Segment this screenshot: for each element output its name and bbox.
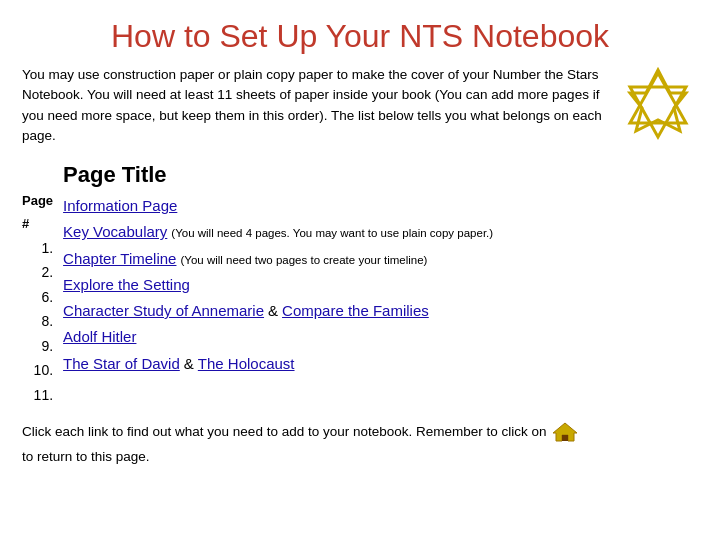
key-vocab-note: (You will need 4 pages. You may want to … (171, 223, 493, 243)
page-num-10: 10. (34, 358, 53, 383)
footer-section: Click each link to find out what you nee… (22, 421, 698, 467)
footer-text-2: to return to this page. (22, 447, 150, 467)
intro-text: You may use construction paper or plain … (22, 65, 606, 146)
svg-marker-1 (630, 73, 686, 123)
star-of-david-link[interactable]: The Star of David (63, 351, 180, 377)
page-num-11: 11. (34, 383, 53, 408)
page-row-2: Key Vocabulary (You will need 4 pages. Y… (63, 219, 698, 245)
page-container: How to Set Up Your NTS Notebook You may … (0, 0, 720, 540)
compare-families-link[interactable]: Compare the Families (282, 298, 429, 324)
svg-rect-4 (562, 435, 568, 441)
page-num-6: 6. (41, 285, 53, 310)
page-num-2: 2. (41, 260, 53, 285)
adolf-hitler-link[interactable]: Adolf Hitler (63, 324, 136, 350)
page-title-header: Page Title (63, 158, 698, 191)
home-icon[interactable] (551, 421, 579, 443)
page-header-label: Page# (22, 190, 53, 236)
key-vocabulary-link[interactable]: Key Vocabulary (63, 219, 167, 245)
chapter-timeline-link[interactable]: Chapter Timeline (63, 246, 176, 272)
page-row-8: Explore the Setting (63, 272, 698, 298)
character-study-link[interactable]: Character Study of Annemarie (63, 298, 264, 324)
table-section: Page# 1. 2. 6. 8. 9. 10. 11. Page Title … (22, 158, 698, 407)
page-row-11: The Star of David & The Holocaust (63, 351, 698, 377)
footer-text: Click each link to find out what you nee… (22, 422, 547, 442)
chapter-timeline-note: (You will need two pages to create your … (180, 250, 427, 270)
page-num-1: 1. (41, 236, 53, 261)
page-row-1: Information Page (63, 193, 698, 219)
page-num-8: 8. (41, 309, 53, 334)
page-row-6: Chapter Timeline (You will need two page… (63, 246, 698, 272)
explore-setting-link[interactable]: Explore the Setting (63, 272, 190, 298)
ampersand-11: & (184, 351, 194, 377)
page-num-9: 9. (41, 334, 53, 359)
page-row-9: Character Study of Annemarie & Compare t… (63, 298, 698, 324)
page-row-10: Adolf Hitler (63, 324, 698, 350)
page-numbers-column: Page# 1. 2. 6. 8. 9. 10. 11. (22, 158, 63, 407)
holocaust-link[interactable]: The Holocaust (198, 351, 295, 377)
page-titles-column: Page Title Information Page Key Vocabula… (63, 158, 698, 407)
main-title: How to Set Up Your NTS Notebook (22, 18, 698, 55)
star-of-david-icon (618, 65, 698, 145)
ampersand-9: & (268, 298, 278, 324)
intro-section: You may use construction paper or plain … (22, 65, 698, 146)
information-page-link[interactable]: Information Page (63, 193, 177, 219)
